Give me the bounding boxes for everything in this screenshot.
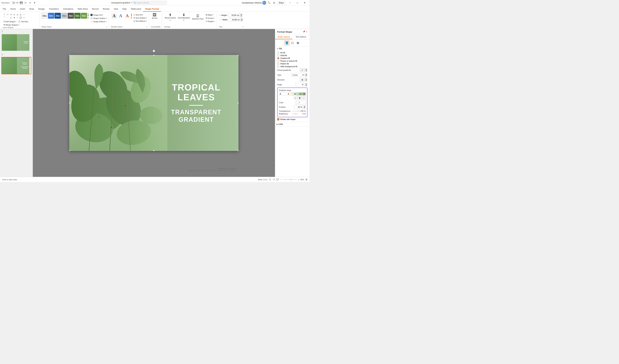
add-stop-btn[interactable]: + bbox=[294, 96, 297, 100]
line-section-header[interactable]: ▶ Line bbox=[275, 122, 310, 126]
equation-btn[interactable]: = bbox=[22, 16, 26, 19]
tab-text-options[interactable]: Text Options bbox=[292, 35, 310, 39]
shape-outline-btn[interactable]: ⬜ Shape Outline ▾ bbox=[90, 17, 107, 20]
shape-fill-btn[interactable]: ⬛ Shape Fill ▾ bbox=[90, 14, 107, 16]
shape-effects-dropdown[interactable]: ▾ bbox=[106, 21, 106, 22]
styles-expand[interactable]: ⊡ bbox=[87, 17, 89, 18]
slide-canvas[interactable]: TROPICAL LEAVES TRANSPARENT GRADIENT bbox=[69, 55, 239, 151]
direction-down[interactable]: ▼ bbox=[305, 80, 308, 82]
remove-stop-btn[interactable]: 🗑 bbox=[298, 96, 302, 100]
scroll-down-btn[interactable]: ▼ bbox=[272, 164, 274, 167]
format-panel-close-btn[interactable]: × bbox=[306, 30, 308, 33]
fill-section-header[interactable]: ▼ Fill bbox=[275, 46, 310, 51]
notes-btn[interactable]: 📝 bbox=[273, 178, 275, 181]
line-shape-btn[interactable]: / bbox=[3, 13, 6, 16]
handle-ml[interactable] bbox=[69, 102, 70, 104]
transparency-slider[interactable] bbox=[292, 111, 299, 111]
undo-icon[interactable]: ↩ bbox=[24, 1, 27, 4]
edit-shape-dropdown[interactable]: ▾ bbox=[15, 21, 16, 22]
alt-text-btn[interactable]: 🖼 Alt Text bbox=[151, 13, 158, 20]
fit-slide-btn[interactable]: ⊞ bbox=[306, 178, 308, 181]
swatch-5[interactable]: Abc bbox=[68, 13, 74, 19]
pattern-fill-radio[interactable] bbox=[277, 63, 279, 65]
rounded-rect-btn[interactable]: ▭ bbox=[9, 13, 13, 16]
rotate-btn[interactable]: ↻ Rotate ▾ bbox=[205, 20, 215, 23]
redo-icon[interactable]: ↪ bbox=[28, 1, 32, 4]
swatch-3[interactable]: Abc bbox=[55, 13, 61, 19]
restore-icon[interactable]: ⊡ bbox=[272, 1, 276, 4]
stop-marker-3[interactable] bbox=[294, 93, 296, 96]
text-fill-dropdown[interactable]: ▾ bbox=[142, 14, 143, 16]
rect-shape-btn[interactable]: □ bbox=[6, 13, 9, 16]
filename-dropdown[interactable]: ▾ bbox=[131, 2, 132, 4]
slide-bg-option[interactable]: Slide background fill bbox=[277, 65, 308, 68]
stop-marker-5[interactable] bbox=[303, 93, 305, 96]
angle-down[interactable]: ▼ bbox=[305, 84, 308, 86]
star-btn[interactable]: ✦ bbox=[13, 16, 16, 19]
pattern-fill-option[interactable]: Pattern fill bbox=[277, 63, 308, 65]
rt-triangle-btn[interactable]: ◺ bbox=[19, 13, 22, 16]
shape-effects-btn[interactable]: ✨ Shape Effects ▾ bbox=[90, 20, 107, 23]
styles-scroll-down[interactable]: ▼ bbox=[87, 15, 89, 16]
handle-tl[interactable] bbox=[69, 55, 70, 56]
close-button[interactable]: ✕ bbox=[301, 0, 308, 5]
width-up[interactable]: ▲ bbox=[240, 18, 243, 20]
preset-up[interactable]: ▲ bbox=[305, 68, 308, 70]
wordart-scroll-down[interactable]: ▼ bbox=[131, 15, 132, 17]
wordart-a1[interactable]: A bbox=[111, 13, 117, 19]
type-up[interactable]: ▲ bbox=[305, 73, 308, 75]
height-up[interactable]: ▲ bbox=[240, 14, 242, 15]
zoom-slider[interactable] bbox=[283, 179, 296, 180]
effects-icon-tab[interactable]: ⬡ bbox=[290, 41, 295, 45]
autosave-toggle[interactable]: AutoSave Off bbox=[1, 1, 18, 4]
brightness-thumb[interactable] bbox=[295, 113, 296, 115]
type-select[interactable]: Linear bbox=[291, 73, 305, 77]
brightness-slider[interactable] bbox=[292, 114, 299, 114]
tab-shapeformat[interactable]: Shape Format bbox=[143, 7, 161, 12]
reverse-stops-btn[interactable]: ↔ bbox=[302, 96, 306, 100]
rotation-handle[interactable] bbox=[153, 50, 155, 52]
search-bar[interactable]: 🔍 Search (Alt+Q) bbox=[132, 1, 167, 5]
handle-mr[interactable] bbox=[238, 102, 239, 104]
direction-spinner[interactable]: ▲ ▼ bbox=[305, 78, 308, 82]
solid-fill-option[interactable]: Solid fill bbox=[277, 54, 308, 56]
size-expand-icon[interactable]: ⊡ bbox=[242, 26, 243, 28]
align-btn[interactable]: ⊞ Align ▾ bbox=[205, 13, 215, 16]
wordart-scroll-up[interactable]: ▲ bbox=[131, 13, 132, 15]
pen-icon[interactable]: ✏️ bbox=[267, 1, 271, 4]
autosave-switch[interactable] bbox=[10, 1, 15, 4]
wordart-a2[interactable]: A bbox=[118, 13, 124, 19]
width-input[interactable] bbox=[228, 18, 240, 21]
send-backward-dropdown[interactable]: ▾ bbox=[183, 19, 184, 21]
diamond-btn[interactable]: ◇ bbox=[13, 13, 16, 16]
share-button[interactable]: Share bbox=[277, 1, 285, 4]
edit-shape-btn[interactable]: ⊡ Edit Shape ▾ bbox=[3, 20, 17, 23]
angle-spinner[interactable]: ▲ ▼ bbox=[305, 83, 308, 86]
text-effects-dropdown[interactable]: ▾ bbox=[146, 20, 147, 22]
stop-marker-1[interactable] bbox=[280, 93, 281, 96]
zoom-in-btn[interactable]: + bbox=[298, 179, 299, 181]
solid-fill-radio[interactable] bbox=[277, 54, 279, 56]
handle-bc[interactable] bbox=[153, 150, 155, 151]
preset-btn[interactable]: ≡ bbox=[300, 68, 305, 72]
rotate-checkbox[interactable] bbox=[277, 118, 279, 120]
bring-forward-btn[interactable]: ⬆ Bring Forward ▾ bbox=[164, 13, 176, 21]
slide-thumb-1[interactable]: TROPICALLEAVES bbox=[1, 34, 31, 51]
merge-dropdown[interactable]: ▾ bbox=[18, 24, 19, 26]
tab-review[interactable]: Review bbox=[101, 7, 112, 12]
text-outline-dropdown[interactable]: ▾ bbox=[146, 17, 147, 19]
type-down[interactable]: ▼ bbox=[305, 75, 308, 77]
swatch-7[interactable]: Abc bbox=[81, 13, 87, 19]
fill-line-icon-tab[interactable]: 🪣 bbox=[284, 41, 289, 45]
tab-record[interactable]: Record bbox=[90, 7, 101, 12]
height-down[interactable]: ▼ bbox=[240, 15, 242, 17]
picture-fill-radio[interactable] bbox=[277, 60, 279, 62]
gradient-bar[interactable] bbox=[279, 92, 306, 96]
shape-outline-dropdown[interactable]: ▾ bbox=[106, 17, 107, 19]
position-up[interactable]: ▲ bbox=[303, 105, 306, 107]
wordart-expand-icon[interactable]: ⊡ bbox=[146, 26, 147, 28]
send-backward-btn[interactable]: ⬇ Send Backward ▾ bbox=[177, 13, 191, 21]
gradient-fill-radio[interactable] bbox=[277, 57, 279, 59]
tab-draw[interactable]: Draw bbox=[27, 7, 36, 12]
slide-bg-radio[interactable] bbox=[277, 65, 279, 68]
